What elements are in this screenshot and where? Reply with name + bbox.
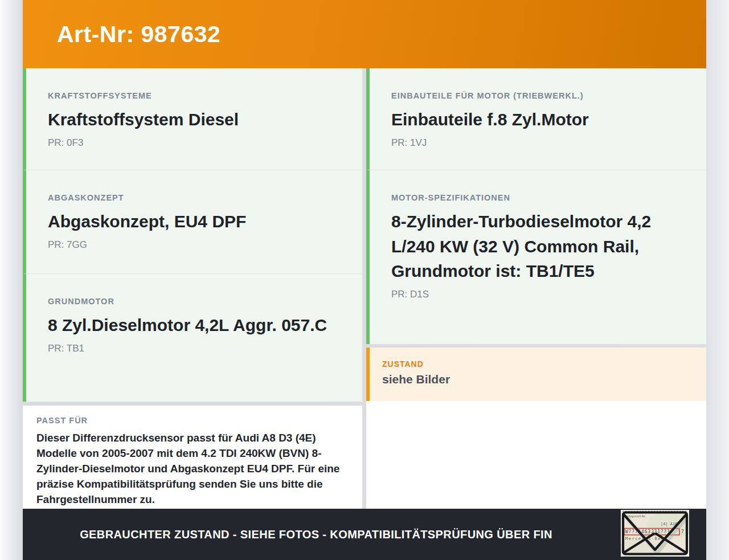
- card-zustand: ZUSTAND siehe Bilder: [366, 348, 706, 401]
- right-green-cards: EINBAUTEILE FÜR MOTOR (TRIEBWERKL.) Einb…: [366, 68, 706, 344]
- card-title: 8-Zylinder-Turbodieselmotor 4,2 L/240 KW…: [391, 209, 689, 284]
- product-sheet: Art-Nr: 987632 KRAFTSTOFFSYSTEME Kraftst…: [23, 0, 706, 560]
- card-passt-fuer: PASST FÜR Dieser Differenzdrucksensor pa…: [23, 406, 362, 516]
- footer-bar: GEBRAUCHTER ZUSTAND - SIEHE FOTOS - KOMP…: [23, 509, 706, 560]
- pr-code: PR: D1S: [391, 289, 689, 300]
- header-banner: Art-Nr: 987632: [23, 0, 706, 68]
- card-kraftstoffsysteme: KRAFTSTOFFSYSTEME Kraftstoffsystem Diese…: [23, 68, 362, 170]
- left-column: KRAFTSTOFFSYSTEME Kraftstoffsystem Diese…: [23, 68, 362, 509]
- card-label: GRUNDMOTOR: [48, 297, 345, 306]
- pr-code: PR: 1VJ: [391, 137, 689, 149]
- compatibility-text: Dieser Differenzdrucksensor passt für Au…: [36, 430, 347, 507]
- pr-code: PR: TB1: [48, 343, 345, 354]
- card-label: MOTOR-SPEZIFIKATIONEN: [391, 193, 689, 202]
- card-abgaskonzept: ABGASKONZEPT Abgaskonzept, EU4 DPF PR: 7…: [23, 170, 362, 273]
- right-column: EINBAUTEILE FÜR MOTOR (TRIEBWERKL.) Einb…: [366, 68, 706, 509]
- vin-text: W??71463J31???: [625, 529, 670, 534]
- card-label: ZUSTAND: [382, 359, 693, 369]
- card-motor-spezifikationen: MOTOR-SPEZIFIKATIONEN 8-Zylinder-Turbodi…: [366, 170, 706, 344]
- card-label: KRAFTSTOFFSYSTEME: [48, 91, 345, 100]
- card-title: Einbauteile f.8 Zyl.Motor: [391, 107, 689, 132]
- pr-code: PR: 7GG: [48, 239, 345, 251]
- fin-document-photo: Fahrgestell-Nr. |4| A16 W??71463J31??? 7…: [621, 510, 689, 557]
- pr-code: PR: 0F3: [48, 137, 345, 149]
- spec-grid: KRAFTSTOFFSYSTEME Kraftstoffsystem Diese…: [23, 68, 706, 509]
- card-label: ABGASKONZEPT: [48, 193, 345, 202]
- card-title: Abgaskonzept, EU4 DPF: [48, 209, 345, 234]
- card-einbauteile: EINBAUTEILE FÜR MOTOR (TRIEBWERKL.) Einb…: [366, 68, 706, 170]
- right-filler-panel: [366, 401, 706, 509]
- card-title: 8 Zyl.Dieselmotor 4,2L Aggr. 057.C: [48, 313, 344, 338]
- card-label: EINBAUTEILE FÜR MOTOR (TRIEBWERKL.): [391, 91, 689, 100]
- left-green-cards: KRAFTSTOFFSYSTEME Kraftstoffsystem Diese…: [23, 68, 362, 402]
- footer-message: GEBRAUCHTER ZUSTAND - SIEHE FOTOS - KOMP…: [23, 528, 706, 541]
- card-title: Kraftstoffsystem Diesel: [48, 107, 345, 132]
- vin-suffix-text: 7: [681, 529, 684, 534]
- card-grundmotor: GRUNDMOTOR 8 Zyl.Dieselmotor 4,2L Aggr. …: [23, 273, 362, 402]
- condition-value: siehe Bilder: [382, 373, 693, 386]
- article-number-title: Art-Nr: 987632: [23, 21, 220, 48]
- card-label: PASST FÜR: [36, 416, 347, 425]
